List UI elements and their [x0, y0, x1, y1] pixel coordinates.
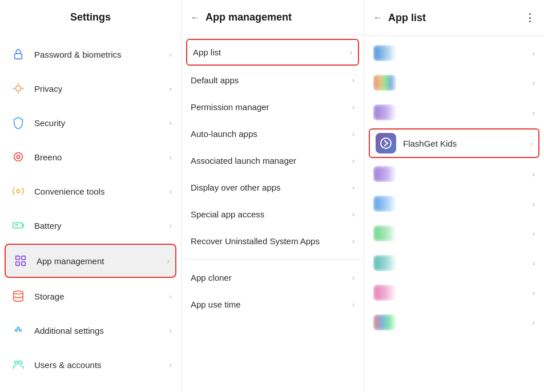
sidebar-item-label-breeno: Breeno	[34, 152, 170, 162]
chevron-icon-menu-app-cloner: ›	[352, 273, 354, 282]
lock-icon	[9, 45, 27, 63]
chevron-icon-menu-auto-launch-apps: ›	[352, 130, 354, 138]
settings-title: Settings	[0, 6, 181, 33]
app-management-panel: ← App management App list›Default apps›P…	[182, 0, 364, 392]
sidebar-item-label-users-accounts: Users & accounts	[34, 360, 170, 370]
app-list-item-app-10[interactable]: ›	[364, 308, 544, 337]
sidebar-item-label-battery: Battery	[34, 221, 170, 231]
more-options-button[interactable]: ⋮	[525, 11, 535, 24]
settings-title-text: Settings	[70, 11, 111, 23]
menu-item-app-list[interactable]: App list›	[186, 39, 359, 66]
menu-item-label-app-cloner: App cloner	[191, 273, 352, 282]
sidebar-item-battery[interactable]: Battery›	[0, 208, 181, 243]
chevron-icon-users-accounts: ›	[170, 361, 172, 369]
breeno-icon	[9, 148, 27, 166]
chevron-icon-additional-settings: ›	[170, 326, 172, 335]
menu-item-label-app-use-time: App use time	[191, 300, 352, 309]
section-divider	[182, 259, 364, 260]
svg-rect-8	[16, 262, 19, 265]
app-blur-bar-app-3	[373, 104, 396, 120]
sidebar-item-label-additional-settings: Additional settings	[34, 326, 170, 336]
app-icon-placeholder-app-9	[373, 285, 396, 301]
chevron-icon-menu-associated-launch-manager: ›	[352, 156, 354, 165]
menu-item-associated-launch-manager[interactable]: Associated launch manager›	[182, 147, 364, 174]
app-name-flashget-kids: FlashGet Kids	[403, 139, 530, 148]
chevron-icon-app-7: ›	[533, 229, 535, 238]
app-list-item-app-7[interactable]: ›	[364, 219, 544, 248]
chevron-icon-app-1: ›	[533, 49, 535, 58]
chevron-icon-menu-display-over-other-apps: ›	[352, 183, 354, 192]
sidebar-item-label-convenience-tools: Convenience tools	[34, 187, 170, 196]
svg-point-14	[15, 361, 18, 365]
app-list-item-app-8[interactable]: ›	[364, 248, 544, 278]
chevron-icon-menu-app-use-time: ›	[352, 300, 354, 309]
app-icon-placeholder-app-6	[373, 196, 396, 212]
chevron-icon-flashget-kids: ›	[530, 139, 533, 148]
svg-point-10	[14, 291, 23, 294]
menu-item-label-associated-launch-manager: Associated launch manager	[191, 156, 352, 165]
chevron-icon-menu-recover-uninstalled: ›	[352, 237, 354, 245]
app-list-item-app-2[interactable]: ›	[364, 68, 544, 98]
app-blur-bar-app-5	[373, 166, 396, 182]
app-icon-placeholder-app-2	[373, 75, 396, 91]
menu-item-label-display-over-other-apps: Display over other apps	[191, 183, 352, 192]
app-icon-placeholder-app-10	[373, 314, 396, 330]
menu-item-auto-launch-apps[interactable]: Auto-launch apps›	[182, 120, 364, 147]
svg-point-3	[17, 155, 20, 159]
app-list-back-button[interactable]: ←	[373, 13, 382, 23]
chevron-icon-convenience-tools: ›	[170, 187, 172, 196]
chevron-icon-app-2: ›	[533, 79, 535, 87]
sidebar-item-convenience-tools[interactable]: Convenience tools›	[0, 174, 181, 208]
menu-item-special-app-access[interactable]: Special app access›	[182, 201, 364, 228]
menu-item-display-over-other-apps[interactable]: Display over other apps›	[182, 174, 364, 201]
battery-icon	[9, 216, 27, 235]
storage-icon	[9, 287, 27, 305]
app-icon-placeholder-app-8	[373, 255, 396, 271]
svg-rect-7	[22, 256, 25, 260]
svg-rect-6	[16, 256, 19, 260]
sidebar-item-users-accounts[interactable]: Users & accounts›	[0, 347, 181, 382]
menu-item-recover-uninstalled[interactable]: Recover Uninstalled System Apps›	[182, 228, 364, 254]
sidebar-item-additional-settings[interactable]: Additional settings›	[0, 313, 181, 347]
chevron-icon-app-10: ›	[533, 318, 535, 327]
app-blur-bar-app-2	[373, 75, 396, 91]
chevron-icon-app-management: ›	[167, 257, 170, 265]
menu-item-app-cloner[interactable]: App cloner›	[182, 264, 364, 291]
chevron-icon-app-3: ›	[533, 108, 535, 117]
sidebar-item-security[interactable]: Security›	[0, 106, 181, 140]
app-list-item-app-6[interactable]: ›	[364, 189, 544, 219]
app-blur-bar-app-7	[373, 225, 396, 241]
app-mgmt-back-button[interactable]: ←	[191, 13, 200, 23]
sidebar-item-heytap-cloud[interactable]: HeyTap Cloud›	[0, 382, 181, 392]
chevron-icon-battery: ›	[170, 221, 172, 230]
app-list-header: ← App list ⋮	[364, 6, 544, 33]
sidebar-item-privacy[interactable]: Privacy›	[0, 71, 181, 106]
sidebar-item-breeno[interactable]: Breeno›	[0, 140, 181, 174]
menu-item-label-special-app-access: Special app access	[191, 209, 352, 219]
apps-icon	[11, 252, 30, 270]
menu-item-permission-manager[interactable]: Permission manager›	[182, 94, 364, 120]
svg-point-13	[17, 328, 19, 330]
sidebar-item-storage[interactable]: Storage›	[0, 279, 181, 313]
app-list-item-app-3[interactable]: ›	[364, 98, 544, 127]
menu-item-default-apps[interactable]: Default apps›	[182, 67, 364, 94]
app-list-item-flashget-kids[interactable]: FlashGet Kids›	[369, 128, 539, 158]
app-list-item-app-9[interactable]: ›	[364, 278, 544, 308]
sidebar-item-password-biometrics[interactable]: Password & biometrics›	[0, 37, 181, 71]
chevron-icon-app-8: ›	[533, 259, 535, 268]
app-management-list: App list›Default apps›Permission manager…	[182, 38, 364, 318]
sidebar-item-app-management[interactable]: App management›	[5, 244, 176, 278]
app-mgmt-header: ← App management	[182, 6, 364, 33]
app-blur-bar-app-10	[373, 314, 396, 330]
app-blur-bar-app-6	[373, 196, 396, 212]
app-list-item-app-1[interactable]: ›	[364, 38, 544, 68]
menu-item-app-use-time[interactable]: App use time›	[182, 291, 364, 318]
flashget-icon	[376, 133, 396, 153]
chevron-icon-app-9: ›	[533, 289, 535, 297]
app-list-item-app-5[interactable]: ›	[364, 159, 544, 189]
app-icon-placeholder-app-7	[373, 225, 396, 241]
svg-point-4	[17, 189, 20, 193]
app-container: Settings Password & biometrics›Privacy›S…	[0, 0, 544, 392]
svg-point-1	[15, 86, 21, 91]
chevron-icon-breeno: ›	[170, 153, 172, 161]
